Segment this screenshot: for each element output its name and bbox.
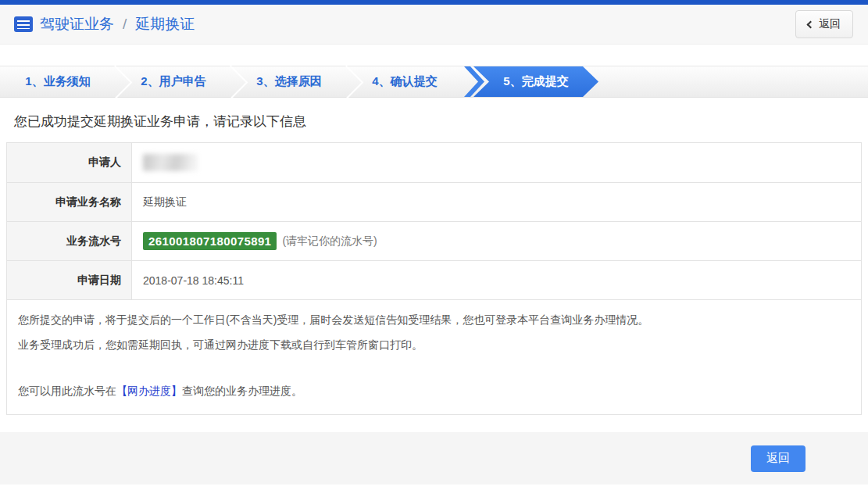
table-row-apply-date: 申请日期 2018-07-18 18:45:11 [7, 260, 861, 299]
online-progress-link[interactable]: 【网办进度】 [116, 384, 182, 397]
list-icon [14, 16, 33, 32]
step-tab-1-business-notice[interactable]: 1、业务须知 [0, 66, 116, 97]
row-value [132, 143, 861, 182]
page-title-subservice: 延期换证 [135, 14, 195, 34]
serial-number-badge: 261001807180075891 [143, 232, 277, 250]
back-button-top-label: 返回 [819, 17, 841, 31]
step-tab-2-user-declaration[interactable]: 2、用户申告 [116, 66, 231, 97]
step-tab-5-complete-submit[interactable]: 5、完成提交 [473, 66, 598, 97]
row-value: 2018-07-18 18:45:11 [132, 261, 861, 299]
table-row-applicant: 申请人 [7, 143, 861, 182]
row-value: 261001807180075891 (请牢记你的流水号) [132, 222, 861, 260]
step-tab-3-select-reason[interactable]: 3、选择原因 [231, 66, 347, 97]
redacted-applicant-name [143, 154, 198, 171]
step-tab-5-active-wrap: 5、完成提交 [463, 66, 603, 97]
note-line-3: 您可以用此流水号在【网办进度】查询您的业务办理进度。 [18, 378, 850, 403]
page-header: 驾驶证业务 / 延期换证 返回 [0, 5, 868, 45]
footer-bar: 返回 [0, 432, 868, 485]
note-line-2: 业务受理成功后，您如需延期回执，可通过网办进度下载或自行到车管所窗口打印。 [18, 332, 850, 357]
step-tabs: 1、业务须知 2、用户申告 3、选择原因 4、确认提交 5、完成提交 [0, 66, 868, 98]
breadcrumb-separator: / [123, 16, 127, 33]
back-button-top[interactable]: 返回 [795, 10, 853, 38]
breadcrumb: 驾驶证业务 / 延期换证 [14, 14, 195, 34]
table-row-serial-number: 业务流水号 261001807180075891 (请牢记你的流水号) [7, 221, 861, 260]
chevron-left-icon [807, 21, 815, 29]
note-line-3-prefix: 您可以用此流水号在 [18, 384, 116, 397]
row-label: 业务流水号 [7, 222, 132, 260]
row-label: 申请日期 [7, 261, 132, 299]
info-table: 申请人 申请业务名称 延期换证 业务流水号 261001807180075891… [6, 142, 862, 300]
notes-panel: 您所提交的申请，将于提交后的一个工作日(不含当天)受理，届时会发送短信告知受理结… [6, 300, 862, 415]
back-button-bottom[interactable]: 返回 [751, 445, 805, 472]
row-value: 延期换证 [132, 183, 861, 221]
row-label: 申请业务名称 [7, 183, 132, 221]
note-line-1: 您所提交的申请，将于提交后的一个工作日(不含当天)受理，届时会发送短信告知受理结… [18, 307, 850, 332]
table-row-service-name: 申请业务名称 延期换证 [7, 182, 861, 221]
success-message: 您已成功提交延期换证业务申请，请记录以下信息 [14, 113, 860, 131]
page-title-service: 驾驶证业务 [40, 14, 114, 34]
step-tab-4-confirm-submit[interactable]: 4、确认提交 [347, 66, 463, 97]
row-label: 申请人 [7, 143, 132, 182]
serial-number-note: (请牢记你的流水号) [282, 234, 377, 249]
note-line-3-suffix: 查询您的业务办理进度。 [182, 384, 302, 397]
